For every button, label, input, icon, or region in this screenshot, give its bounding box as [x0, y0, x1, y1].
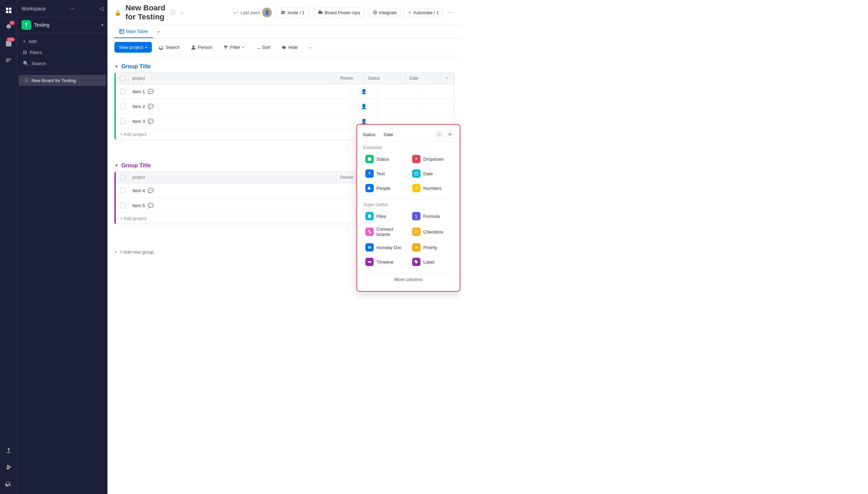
- item-name: Item 1: [132, 89, 145, 94]
- picker-item-files[interactable]: Files: [363, 210, 407, 222]
- row-checkbox[interactable]: [120, 203, 125, 208]
- workspace-label: Workspace: [21, 6, 46, 11]
- row-checkbox[interactable]: [120, 104, 125, 109]
- workspace-selector[interactable]: T Testing ▾: [17, 17, 107, 33]
- row-checkbox[interactable]: [120, 188, 125, 193]
- sidebar-search-button[interactable]: 🔍 Search: [17, 58, 107, 69]
- chat-icon[interactable]: 💬: [148, 89, 154, 94]
- td-date[interactable]: [419, 118, 454, 124]
- svg-rect-16: [368, 230, 369, 231]
- filter-toolbar-icon: [223, 45, 228, 50]
- integrate-label: Integrate: [379, 10, 397, 15]
- td-check: [116, 116, 128, 127]
- group-1-title[interactable]: Group Title: [121, 63, 151, 70]
- formula-picker-icon: ∑: [412, 212, 420, 220]
- picker-item-numbers[interactable]: # Numbers: [409, 182, 454, 194]
- topbar-more-icon[interactable]: ···: [447, 8, 454, 17]
- picker-item-timeline-label: Timeline: [376, 259, 393, 265]
- picker-item-date[interactable]: Date: [409, 167, 454, 180]
- lock-icon: 🔒: [114, 9, 121, 16]
- person-avatar[interactable]: 👤: [359, 87, 368, 96]
- person-toolbar-button[interactable]: Person: [187, 43, 216, 52]
- picker-item-people[interactable]: People: [363, 182, 407, 194]
- td-status[interactable]: [378, 118, 419, 124]
- monday-doc-picker-icon: M: [365, 243, 374, 252]
- more-toolbar-button[interactable]: ···: [305, 43, 317, 52]
- sort-toolbar-button[interactable]: Sort: [251, 43, 275, 52]
- chat-icon[interactable]: 💬: [148, 203, 154, 208]
- filter-dropdown-icon: ▾: [242, 45, 244, 49]
- picker-item-status[interactable]: Status: [363, 153, 407, 165]
- td-status[interactable]: [378, 89, 419, 94]
- row-checkbox[interactable]: [120, 118, 125, 124]
- column-picker-close-button[interactable]: ✕: [446, 130, 454, 139]
- td-check: [116, 86, 128, 97]
- column-picker-status-tab[interactable]: Status: [363, 132, 375, 137]
- picker-item-priority[interactable]: Priority: [409, 241, 454, 254]
- th-person-label-1: Person: [340, 76, 354, 81]
- board-powerups-button[interactable]: Board Power-Ups: [313, 8, 365, 18]
- picker-item-monday-doc[interactable]: M monday Doc: [363, 241, 407, 254]
- info-icon: ⓘ: [170, 9, 175, 16]
- group-2-title[interactable]: Group Title: [121, 162, 151, 169]
- search-icon-left[interactable]: [2, 477, 15, 490]
- column-picker-info-icon[interactable]: ⓘ: [435, 130, 444, 139]
- th-check-2: [116, 172, 128, 183]
- group-1-collapse-icon[interactable]: ▼: [114, 64, 119, 69]
- person-avatar[interactable]: 👤: [359, 102, 368, 111]
- sidebar-filters-button[interactable]: ⊟ Filters: [17, 47, 107, 58]
- sidebar-item-new-board[interactable]: ☰ New Board for Testing: [19, 75, 106, 86]
- chat-icon[interactable]: 💬: [148, 104, 154, 109]
- group-2-collapse-icon[interactable]: ▼: [114, 163, 119, 168]
- sidebar-add-button[interactable]: + Add: [17, 36, 107, 47]
- picker-item-checkbox[interactable]: Checkbox: [409, 224, 454, 239]
- chat-icon[interactable]: 💬: [148, 118, 154, 124]
- invite-label: Invite / 1: [287, 10, 304, 15]
- filter-toolbar-button[interactable]: Filter ▾: [219, 43, 248, 52]
- automate-button[interactable]: Automate / 1: [403, 8, 443, 17]
- picker-item-text-label: Text: [376, 171, 385, 176]
- work-management-icon[interactable]: [2, 54, 15, 67]
- workspace-icon: T: [21, 20, 31, 30]
- more-columns-button[interactable]: More columns: [363, 273, 454, 285]
- td-date[interactable]: [419, 89, 454, 94]
- hide-toolbar-button[interactable]: Hide: [277, 43, 302, 52]
- picker-item-dropdown-label: Dropdown: [423, 157, 444, 162]
- picker-item-label[interactable]: Label: [409, 256, 454, 268]
- th-project-1: project: [128, 73, 336, 84]
- th-add-col-1[interactable]: +: [440, 73, 454, 84]
- invite-button[interactable]: Invite / 1: [276, 8, 309, 18]
- picker-item-formula[interactable]: ∑ Formula: [409, 210, 454, 222]
- svg-rect-1: [9, 8, 11, 10]
- star-icon[interactable]: ☆: [180, 9, 184, 16]
- upload-icon[interactable]: [2, 444, 15, 457]
- header-checkbox-1[interactable]: [120, 76, 125, 81]
- new-project-button[interactable]: New project ▾: [114, 42, 152, 53]
- chat-icon[interactable]: 💬: [148, 188, 154, 193]
- essentials-section-label: Essentials: [363, 145, 454, 150]
- row-checkbox[interactable]: [120, 89, 125, 94]
- apps-icon[interactable]: [2, 4, 15, 17]
- td-status[interactable]: [378, 104, 419, 109]
- header-checkbox-2[interactable]: [120, 175, 125, 180]
- sidebar-collapse-icon[interactable]: ◁: [99, 5, 103, 12]
- column-picker-date-tab[interactable]: Date: [384, 132, 393, 137]
- notification-icon[interactable]: 1: [2, 21, 15, 33]
- integrate-button[interactable]: Integrate: [369, 8, 400, 17]
- tab-main-table[interactable]: Main Table: [114, 25, 153, 38]
- add-user-icon[interactable]: [2, 461, 15, 473]
- svg-rect-13: [368, 157, 371, 161]
- picker-item-text[interactable]: T Text: [363, 167, 407, 180]
- picker-item-label-label: Label: [423, 259, 434, 265]
- search-toolbar-button[interactable]: Search: [155, 43, 184, 52]
- td-date[interactable]: [419, 104, 454, 109]
- inbox-icon[interactable]: 276: [2, 37, 15, 50]
- add-tab-button[interactable]: +: [154, 26, 163, 38]
- th-status-1: Status: [364, 73, 406, 84]
- picker-item-timeline[interactable]: Timeline: [363, 256, 407, 268]
- picker-item-dropdown[interactable]: Dropdown: [409, 153, 454, 165]
- workspace-options-icon[interactable]: ···: [70, 5, 75, 12]
- td-project: Item 4 💬: [128, 185, 350, 196]
- svg-rect-5: [6, 60, 10, 61]
- picker-item-connect-boards[interactable]: Connect boards: [363, 224, 407, 239]
